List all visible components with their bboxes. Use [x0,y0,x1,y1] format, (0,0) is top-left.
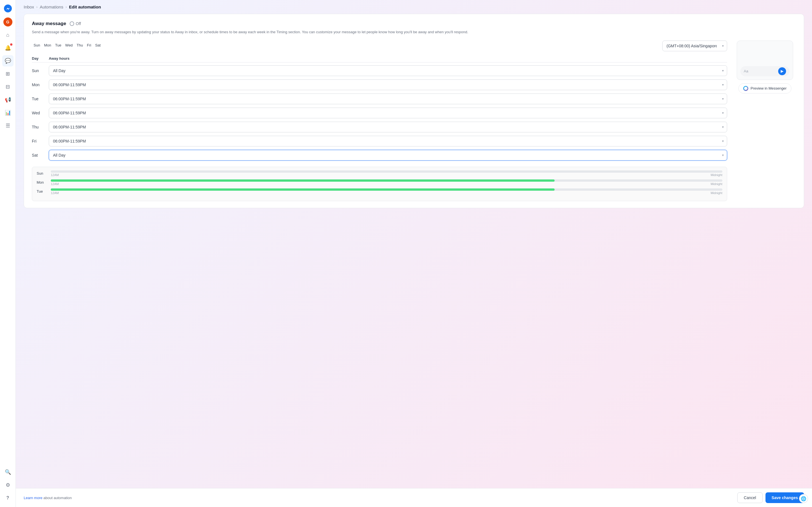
learn-more-link[interactable]: Learn more [24,496,42,500]
two-col-layout: Sun Mon Tue Wed Thu Fri Sat (GMT+08:00) … [32,41,796,201]
grid-icon: ⊞ [6,71,10,77]
mon-hours-select[interactable]: 06:00PM-11:59PM All Day None [49,79,727,90]
chart-mon-end: Midnight [711,182,722,186]
sidebar-item-notifications[interactable]: 🔔 [2,42,13,54]
sidebar-item-settings[interactable]: ⚙ [2,480,13,491]
sidebar-item-grid[interactable]: ⊞ [2,68,13,79]
day-tab-mon[interactable]: Mon [42,42,53,48]
chart-label-tue: Tue [37,189,51,193]
breadcrumb-sep-2: › [65,5,66,9]
footer-actions: Cancel Save changes [737,492,804,503]
chart-bar-sun: 12AM Midnight [51,170,722,177]
table-row: Sat All Day 06:00PM-11:59PM None ▾ [32,148,727,162]
chart-row-mon: Mon 12AM Midnight [37,179,722,186]
preview-input-bar: Aa ▶ [741,66,790,76]
day-label-fri: Fri [32,139,49,144]
preview-column: Aa ▶ Preview [734,41,796,201]
save-changes-button[interactable]: Save changes [765,492,804,503]
sidebar-item-messages[interactable]: 💬 [2,55,13,66]
day-tabs: Sun Mon Tue Wed Thu Fri Sat [32,42,102,48]
sidebar-item-analytics[interactable]: 📊 [2,107,13,118]
sat-select-wrapper: All Day 06:00PM-11:59PM None ▾ [49,150,727,161]
main-content: Inbox › Automations › Edit automation Aw… [16,0,812,507]
preview-input-placeholder: Aa [744,69,776,73]
header: Inbox › Automations › Edit automation [16,0,812,14]
card-description: Send a message when you're away. Turn on… [32,29,796,35]
day-tab-fri[interactable]: Fri [85,42,93,48]
mon-select-wrapper: 06:00PM-11:59PM All Day None ▾ [49,79,727,90]
table-row: Tue 06:00PM-11:59PM All Day None ▾ [32,92,727,106]
about-text: about automation [43,496,71,500]
tue-select-wrapper: 06:00PM-11:59PM All Day None ▾ [49,94,727,104]
timezone-wrapper: (GMT+08:00) Asia/Singapore (GMT+00:00) U… [662,41,727,51]
settings-icon: ⚙ [6,482,10,488]
col-day-header: Day [32,56,49,61]
timezone-select[interactable]: (GMT+08:00) Asia/Singapore (GMT+00:00) U… [662,41,727,51]
day-tab-sat[interactable]: Sat [93,42,102,48]
home-icon: ⌂ [6,32,9,38]
sidebar-item-table[interactable]: ⊟ [2,81,13,93]
table-row: Thu 06:00PM-11:59PM All Day None ▾ [32,120,727,134]
sat-hours-select[interactable]: All Day 06:00PM-11:59PM None [49,150,727,161]
day-tab-sun[interactable]: Sun [32,42,42,48]
day-tab-tue[interactable]: Tue [53,42,63,48]
chart-section: Sun 12AM Midnight [32,167,727,201]
globe-icon[interactable]: 🌐 [799,494,808,503]
away-message-card: Away message Off Send a message when you… [24,14,804,208]
messenger-icon [743,86,748,91]
globe-symbol: 🌐 [801,496,806,501]
send-icon: ▶ [781,69,783,73]
chart-tue-start: 12AM [51,191,59,194]
learn-more-text: Learn more about automation [24,496,72,500]
breadcrumb-automations[interactable]: Automations [40,4,63,9]
breadcrumb-inbox[interactable]: Inbox [24,4,34,9]
thu-select-wrapper: 06:00PM-11:59PM All Day None ▾ [49,122,727,132]
day-label-sun: Sun [32,68,49,73]
tue-hours-select[interactable]: 06:00PM-11:59PM All Day None [49,94,727,104]
chart-row-sun: Sun 12AM Midnight [37,170,722,177]
fri-select-wrapper: 06:00PM-11:59PM All Day None ▾ [49,136,727,147]
wed-hours-select[interactable]: 06:00PM-11:59PM All Day None [49,108,727,118]
search-icon: 🔍 [5,469,11,475]
logo [3,3,13,13]
card-title: Away message [32,21,66,26]
chart-bar-mon: 12AM Midnight [51,179,722,186]
preview-messenger-button[interactable]: Preview in Messenger [739,83,792,94]
sidebar-item-help[interactable]: ? [2,492,13,504]
cancel-button[interactable]: Cancel [737,492,763,503]
thu-hours-select[interactable]: 06:00PM-11:59PM All Day None [49,122,727,132]
chart-tue-end: Midnight [711,191,722,194]
sun-select-wrapper: All Day 06:00PM-11:59PM None ▾ [49,65,727,76]
toggle-area[interactable]: Off [70,21,81,26]
sidebar: G ⌂ 🔔 💬 ⊞ ⊟ 📢 📊 ☰ 🔍 ⚙ ? [0,0,16,507]
chart-row-tue: Tue 12AM Midnight [37,188,722,194]
breadcrumb-edit-automation: Edit automation [69,4,101,9]
help-icon: ? [6,496,9,501]
chart-icon: 📊 [5,110,11,116]
chart-bar-tue: 12AM Midnight [51,188,722,194]
sun-hours-select[interactable]: All Day 06:00PM-11:59PM None [49,65,727,76]
notification-badge [10,43,12,46]
sidebar-item-home[interactable]: ⌂ [2,29,13,41]
content-area: Away message Off Send a message when you… [16,14,812,507]
preview-phone-body: Aa ▶ [737,41,793,80]
chat-icon: 💬 [5,58,11,64]
menu-icon: ☰ [6,122,10,129]
preview-send-button[interactable]: ▶ [778,67,786,75]
table-row: Fri 06:00PM-11:59PM All Day None ▾ [32,134,727,148]
fri-hours-select[interactable]: 06:00PM-11:59PM All Day None [49,136,727,147]
sidebar-item-menu[interactable]: ☰ [2,120,13,131]
day-tab-wed[interactable]: Wed [63,42,74,48]
preview-phone: Aa ▶ [737,41,793,80]
breadcrumb-sep-1: › [36,5,38,9]
chart-sun-start: 12AM [51,173,59,177]
user-avatar[interactable]: G [3,17,12,26]
sidebar-item-search[interactable]: 🔍 [2,466,13,478]
sidebar-item-broadcast[interactable]: 📢 [2,94,13,105]
day-tab-thu[interactable]: Thu [75,42,85,48]
table-icon: ⊟ [6,83,10,90]
chart-label-mon: Mon [37,180,51,184]
megaphone-icon: 📢 [5,97,11,103]
col-hours-header: Away hours [49,56,727,61]
chart-sun-end: Midnight [711,173,722,177]
